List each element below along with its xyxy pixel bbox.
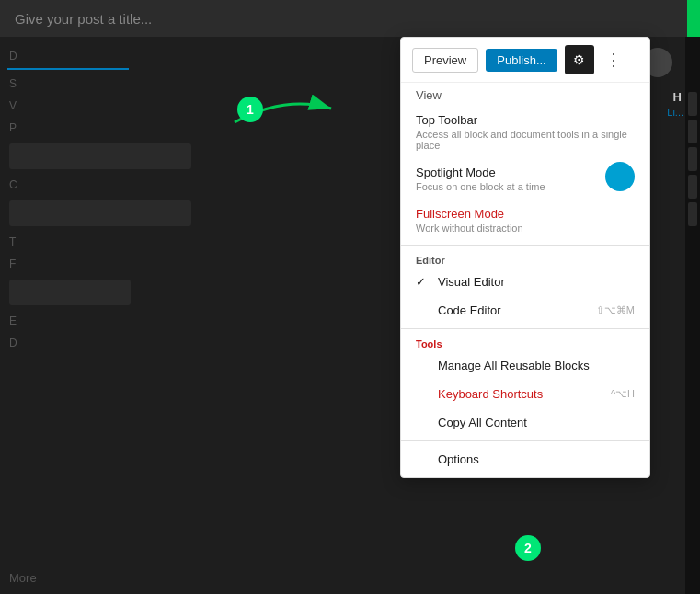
sidebar-label-p: P	[0, 118, 202, 138]
right-block-3	[688, 147, 697, 171]
right-block-5	[688, 202, 697, 226]
right-block-2	[688, 120, 697, 143]
left-sidebar: D S V P C T F E D	[0, 37, 202, 594]
sidebar-label-v: V	[0, 96, 202, 116]
copy-content-item[interactable]: Copy All Content	[401, 408, 649, 437]
code-editor-label: Code Editor	[438, 303, 596, 317]
keyboard-shortcuts-item[interactable]: Keyboard Shortcuts ^⌥H	[401, 380, 649, 408]
editor-area: Preview Publish... ⚙ ⋮ View Top Toolbar …	[202, 37, 685, 594]
gear-button[interactable]: ⚙	[565, 45, 594, 74]
right-block-1	[688, 92, 697, 116]
spotlight-mode-desc: Focus on one block at a time	[416, 181, 545, 192]
view-section-label: View	[401, 83, 649, 106]
sidebar-label-s: S	[0, 74, 202, 94]
publish-button[interactable]: Publish...	[486, 49, 557, 72]
top-toolbar-desc: Access all block and document tools in a…	[416, 129, 635, 151]
sidebar-label-f: F	[0, 254, 202, 274]
sidebar-block-1	[9, 143, 191, 169]
manage-blocks-label: Manage All Reusable Blocks	[438, 359, 590, 372]
fullscreen-mode-item[interactable]: Fullscreen Mode Work without distraction	[401, 200, 649, 241]
preview-button[interactable]: Preview	[412, 48, 478, 73]
badge-1: 1	[237, 97, 263, 122]
top-bar: Give your post a title...	[0, 0, 700, 37]
top-toolbar-title: Top Toolbar	[416, 113, 635, 127]
green-indicator	[687, 0, 700, 37]
post-title-input[interactable]: Give your post a title...	[15, 11, 685, 27]
code-editor-item[interactable]: Code Editor ⇧⌥⌘M	[401, 296, 649, 325]
visual-editor-item[interactable]: ✓ Visual Editor	[401, 268, 649, 296]
editor-section-label: Editor	[401, 249, 649, 268]
sidebar-label-e: E	[0, 311, 202, 331]
top-toolbar-item[interactable]: Top Toolbar Access all block and documen…	[401, 106, 649, 158]
options-label: Options	[438, 452, 479, 466]
bottom-more: More	[9, 571, 37, 585]
copy-content-label: Copy All Content	[438, 416, 527, 429]
divider-2	[401, 328, 649, 329]
dropdown-toolbar: Preview Publish... ⚙ ⋮	[401, 38, 649, 83]
sidebar-label-d2: D	[0, 333, 202, 353]
more-button[interactable]: ⋮	[602, 46, 625, 74]
more-icon: ⋮	[605, 51, 622, 69]
sidebar-block-2	[9, 200, 191, 226]
check-icon: ✓	[416, 275, 430, 289]
spotlight-mode-title: Spotlight Mode	[416, 166, 545, 179]
h-sub-label: Li...	[667, 107, 683, 118]
right-block-4	[688, 175, 697, 199]
keyboard-shortcuts-label: Keyboard Shortcuts	[438, 387, 543, 401]
dropdown-panel: Preview Publish... ⚙ ⋮ View Top Toolbar …	[400, 37, 650, 478]
sidebar-block-3	[9, 280, 131, 305]
right-bar	[685, 37, 700, 594]
spotlight-toggle[interactable]	[605, 162, 635, 191]
sidebar-label-t: T	[0, 232, 202, 252]
keyboard-shortcuts-shortcut: ^⌥H	[611, 388, 635, 400]
fullscreen-mode-desc: Work without distraction	[416, 223, 635, 234]
manage-blocks-item[interactable]: Manage All Reusable Blocks	[401, 351, 649, 380]
spotlight-mode-item[interactable]: Spotlight Mode Focus on one block at a t…	[401, 158, 649, 200]
sidebar-label-d: D	[0, 46, 202, 66]
visual-editor-label: Visual Editor	[438, 275, 635, 289]
fullscreen-mode-title: Fullscreen Mode	[416, 207, 635, 221]
tools-section-label: Tools	[401, 333, 649, 351]
h-label: H	[673, 90, 682, 104]
divider-3	[401, 440, 649, 441]
divider-1	[401, 245, 649, 246]
main-area: D S V P C T F E D Preview Publish... ⚙	[0, 37, 700, 594]
options-item[interactable]: Options	[401, 445, 649, 474]
sidebar-label-c: C	[0, 175, 202, 195]
gear-icon: ⚙	[573, 52, 585, 67]
badge-2: 2	[515, 535, 541, 561]
code-editor-shortcut: ⇧⌥⌘M	[596, 304, 635, 316]
